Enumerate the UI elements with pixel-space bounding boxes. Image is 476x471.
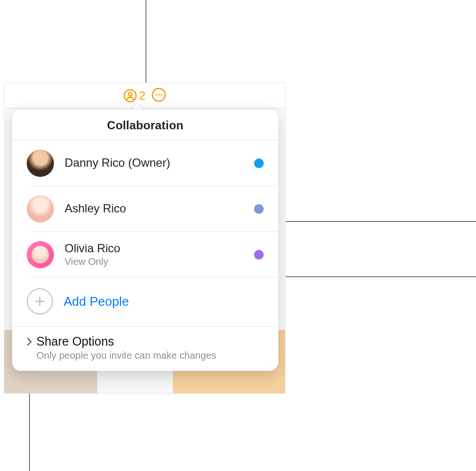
participant-row[interactable]: Ashley Rico	[29, 186, 278, 232]
collaboration-count: 2	[139, 89, 145, 103]
participant-name: Ashley Rico	[65, 202, 254, 216]
svg-point-3	[155, 94, 156, 95]
popover-caret	[131, 104, 144, 110]
share-options-subtitle: Only people you invite can make changes	[36, 350, 216, 361]
ellipsis-circle-icon	[152, 87, 166, 102]
callout-line-dot	[266, 221, 476, 222]
svg-point-5	[161, 94, 162, 95]
avatar	[27, 195, 54, 223]
avatar	[27, 150, 54, 177]
more-toolbar-button[interactable]	[152, 87, 166, 104]
plus-circle-icon	[27, 288, 53, 314]
toolbar: 2	[4, 83, 285, 108]
chevron-right-icon	[26, 337, 33, 348]
presence-dot	[254, 204, 264, 214]
collaboration-popover: Collaboration Danny Rico (Owner) Ashley …	[12, 110, 278, 371]
add-people-button[interactable]: Add People	[27, 278, 278, 326]
add-people-label: Add People	[64, 294, 129, 309]
participants-list: Danny Rico (Owner) Ashley Rico Olivia Ri…	[12, 140, 278, 326]
presence-dot	[254, 158, 264, 168]
svg-point-4	[158, 94, 159, 95]
participant-permission: View Only	[65, 256, 254, 267]
avatar	[27, 241, 54, 268]
app-window: 2 Collaboration Danny Rico (Owner)	[4, 83, 286, 394]
participant-name: Olivia Rico	[65, 242, 254, 256]
popover-title: Collaboration	[12, 110, 278, 140]
participant-name: Danny Rico (Owner)	[65, 156, 254, 170]
collaboration-toolbar-button[interactable]: 2	[123, 89, 145, 103]
share-options-button[interactable]: Share Options Only people you invite can…	[12, 326, 278, 371]
person-circle-icon	[123, 89, 137, 103]
presence-dot	[254, 250, 264, 260]
participant-row[interactable]: Olivia Rico View Only	[29, 232, 278, 278]
callout-line-top	[146, 0, 146, 87]
share-options-title: Share Options	[36, 334, 216, 349]
svg-point-1	[129, 92, 132, 96]
participant-row[interactable]: Danny Rico (Owner)	[29, 140, 278, 186]
